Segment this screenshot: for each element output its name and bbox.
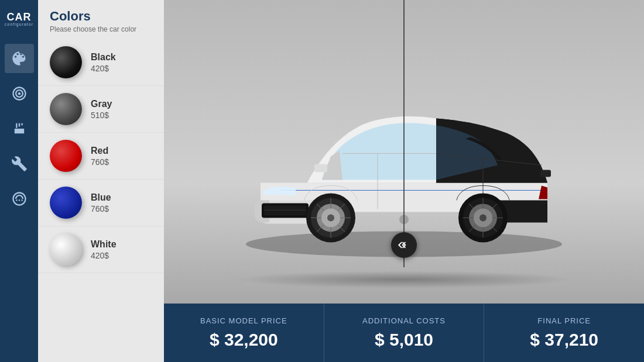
steering-icon [11, 191, 28, 207]
color-list: Black420$Gray510$Red760$Blue760$White420… [38, 39, 164, 362]
price-bar: Basic Model Price $ 32,200 Additional Co… [164, 304, 644, 362]
color-panel: Colors Please choose the car color Black… [38, 0, 164, 362]
svg-rect-34 [314, 164, 327, 172]
color-swatch-gray [50, 93, 82, 125]
color-swatch-black [50, 46, 82, 78]
svg-point-25 [479, 214, 487, 221]
color-info-blue: Blue760$ [91, 192, 111, 213]
color-price-red: 760$ [91, 157, 109, 167]
basic-price-section: Basic Model Price $ 32,200 [164, 304, 324, 362]
color-item-black[interactable]: Black420$ [38, 39, 164, 86]
color-name-blue: Blue [91, 192, 111, 203]
color-info-black: Black420$ [91, 52, 116, 73]
color-name-gray: Gray [91, 99, 112, 109]
basic-price-label: Basic Model Price [200, 316, 287, 325]
panel-subtitle: Please choose the car color [50, 25, 152, 33]
tools-icon [11, 156, 28, 172]
color-info-gray: Gray510$ [91, 99, 112, 120]
svg-point-12 [327, 214, 334, 221]
logo-text: CAR [7, 12, 32, 22]
car-view [164, 0, 644, 304]
wheel-icon [11, 85, 28, 102]
nav-steering[interactable] [5, 184, 34, 213]
color-item-blue[interactable]: Blue760$ [38, 180, 164, 226]
panel-title: Colors [50, 9, 152, 24]
app-logo: CAR configurator [3, 6, 35, 32]
color-price-gray: 510$ [91, 111, 112, 120]
nav-seat[interactable] [5, 114, 34, 143]
color-swatch-red [50, 140, 82, 172]
color-price-white: 420$ [91, 251, 117, 260]
color-name-red: Red [91, 146, 109, 156]
additional-costs-label: Additional Costs [362, 316, 446, 325]
color-item-white[interactable]: White420$ [38, 226, 164, 273]
additional-costs-section: Additional Costs $ 5,010 [324, 304, 485, 362]
color-name-black: Black [91, 52, 116, 63]
split-arrows-icon [398, 239, 410, 251]
logo-subtitle: configurator [5, 22, 33, 26]
palette-icon [11, 50, 28, 67]
split-divider [403, 0, 405, 267]
basic-price-value: $ 32,200 [210, 330, 278, 350]
panel-header: Colors Please choose the car color [38, 0, 164, 39]
additional-costs-value: $ 5,010 [375, 330, 433, 350]
color-price-blue: 760$ [91, 204, 111, 213]
nav-colors[interactable] [5, 44, 34, 73]
seat-icon [11, 120, 28, 137]
final-price-label: Final Price [537, 316, 591, 325]
final-price-section: Final Price $ 37,210 [484, 304, 644, 362]
main-display: Basic Model Price $ 32,200 Additional Co… [164, 0, 644, 362]
color-swatch-white [50, 233, 82, 266]
svg-rect-35 [540, 170, 551, 177]
color-swatch-blue [50, 187, 82, 219]
color-price-black: 420$ [91, 64, 116, 73]
color-info-red: Red760$ [91, 146, 109, 167]
car-platform [234, 271, 574, 288]
nav-wheels[interactable] [5, 79, 34, 108]
final-price-value: $ 37,210 [530, 330, 598, 350]
color-name-white: White [91, 239, 117, 250]
color-item-gray[interactable]: Gray510$ [38, 86, 164, 133]
color-info-white: White420$ [91, 239, 117, 260]
split-handle[interactable] [391, 232, 417, 258]
icon-bar: CAR configurator [0, 0, 38, 362]
nav-tools[interactable] [5, 149, 34, 178]
color-item-red[interactable]: Red760$ [38, 133, 164, 180]
